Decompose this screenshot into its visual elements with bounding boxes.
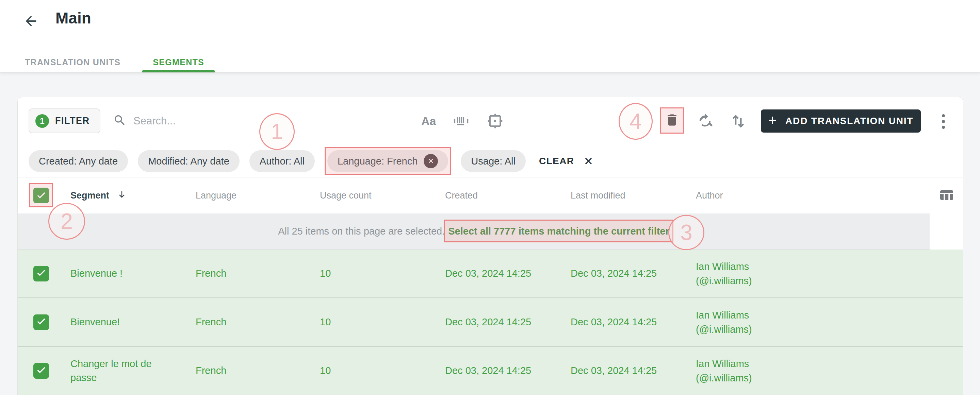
column-header-author: Author [696,190,930,201]
check-icon [35,364,47,378]
check-icon [35,189,47,202]
chip-language[interactable]: Language: French ✕ [327,150,448,172]
column-header-language: Language [196,190,320,201]
modified-cell: Dec 03, 2024 14:25 [571,268,696,279]
tab-translation-units[interactable]: TRANSLATION UNITS [25,52,121,72]
clear-label: CLEAR [539,156,574,167]
row-checkbox-cell [33,363,49,379]
language-cell: French [196,268,320,279]
arrow-left-icon [23,13,39,30]
chip-author[interactable]: Author: All [250,150,315,172]
usage-count-cell: 10 [320,365,445,376]
remove-language-filter-icon[interactable]: ✕ [424,154,438,168]
segment-cell: Bienvenue ! [70,267,159,281]
add-translation-unit-button[interactable]: + ADD TRANSLATION UNIT [761,109,921,133]
annotation-highlight-delete [660,108,684,133]
crosshair-selection-icon[interactable] [486,112,504,130]
kebab-menu-button[interactable] [937,111,950,132]
search-box [113,109,324,133]
segment-cell: Bienvenue! [70,315,159,329]
toolbar: 1 FILTER Aa [18,97,963,145]
chip-usage[interactable]: Usage: All [461,150,526,172]
filter-count-badge: 1 [35,114,49,128]
search-icon [113,114,127,128]
modified-cell: Dec 03, 2024 14:25 [571,365,696,376]
close-icon: ✕ [584,155,593,168]
table-row[interactable]: Bienvenue ! French 10 Dec 03, 2024 14:25… [18,249,963,298]
search-refresh-icon [696,112,714,131]
column-header-last-modified: Last modified [571,190,696,201]
kebab-dot [942,120,945,123]
created-cell: Dec 03, 2024 14:25 [445,365,571,376]
plus-icon: + [768,112,777,128]
kebab-dot [942,126,945,129]
clear-filters-button[interactable]: CLEAR ✕ [539,155,594,168]
columns-icon [939,187,955,204]
author-name: Ian Williams [696,357,930,371]
row-checkbox[interactable] [33,266,49,281]
created-cell: Dec 03, 2024 14:25 [445,268,571,279]
created-cell: Dec 03, 2024 14:25 [445,316,571,328]
usage-count-cell: 10 [320,316,445,328]
usage-count-cell: 10 [320,268,445,279]
search-option-toggles: Aa [421,97,504,145]
author-cell: Ian Williams (@i.williams) [696,308,930,336]
barcode-icon[interactable] [452,112,470,130]
sort-up-down-icon [729,111,748,131]
delete-button[interactable] [665,113,679,128]
trash-icon [665,113,679,128]
back-button[interactable] [21,11,41,31]
author-handle: (@i.williams) [696,322,930,336]
kebab-dot [942,114,945,117]
language-cell: French [196,316,320,328]
table-row[interactable]: Changer le mot de passe French 10 Dec 03… [18,347,963,395]
chip-created[interactable]: Created: Any date [29,150,128,172]
row-checkbox-cell [33,314,49,330]
selection-banner-text: All 25 items on this page are selected. [278,226,445,237]
page-title: Main [56,9,91,27]
column-header-segment[interactable]: Segment [70,189,196,202]
match-case-icon[interactable]: Aa [421,114,436,128]
select-all-checkbox[interactable] [33,188,49,203]
tab-bar: TRANSLATION UNITS SEGMENTS [25,52,215,72]
add-translation-unit-label: ADD TRANSLATION UNIT [785,116,913,127]
author-name: Ian Williams [696,308,930,322]
annotation-highlight-select-all [33,188,49,203]
check-icon [35,267,47,281]
author-handle: (@i.williams) [696,274,930,288]
column-header-created: Created [445,190,571,201]
sort-order-button[interactable] [729,111,748,131]
author-cell: Ian Williams (@i.williams) [696,259,930,288]
sort-descending-icon [117,189,127,202]
language-cell: French [196,365,320,376]
filter-chips-row: Created: Any date Modified: Any date Aut… [18,145,963,177]
refresh-search-button[interactable] [696,112,714,131]
annotation-highlight-select-all-link: Select all 7777 items matching the curre… [448,226,669,237]
annotation-highlight-language-chip: Language: French ✕ [327,150,448,172]
segment-cell: Changer le mot de passe [70,357,159,385]
row-checkbox[interactable] [33,314,49,330]
author-name: Ian Williams [696,259,930,274]
filter-button[interactable]: 1 FILTER [29,108,100,133]
author-cell: Ian Williams (@i.williams) [696,357,930,385]
table-row[interactable]: Bienvenue! French 10 Dec 03, 2024 14:25 … [18,298,963,347]
search-input[interactable] [134,115,324,127]
chip-language-label: Language: French [337,156,417,167]
filter-button-label: FILTER [55,116,89,126]
chip-modified[interactable]: Modified: Any date [138,150,240,172]
selection-banner: All 25 items on this page are selected. … [18,214,930,249]
check-icon [35,315,47,329]
segments-page: Main TRANSLATION UNITS SEGMENTS 1 FILTER… [0,0,980,395]
row-checkbox[interactable] [33,363,49,379]
column-settings-button[interactable] [939,187,955,204]
select-all-matching-link[interactable]: Select all 7777 items matching the curre… [448,226,669,236]
segment-header-label: Segment [70,190,109,201]
table-header: Segment Language Usage count Created Las… [18,178,963,214]
table-body: Bienvenue ! French 10 Dec 03, 2024 14:25… [18,249,963,395]
tab-segments[interactable]: SEGMENTS [142,52,215,72]
author-handle: (@i.williams) [696,371,930,385]
row-checkbox-cell [33,266,49,281]
column-header-usage-count: Usage count [320,190,445,201]
top-bar: Main TRANSLATION UNITS SEGMENTS [0,0,980,73]
modified-cell: Dec 03, 2024 14:25 [571,316,696,328]
